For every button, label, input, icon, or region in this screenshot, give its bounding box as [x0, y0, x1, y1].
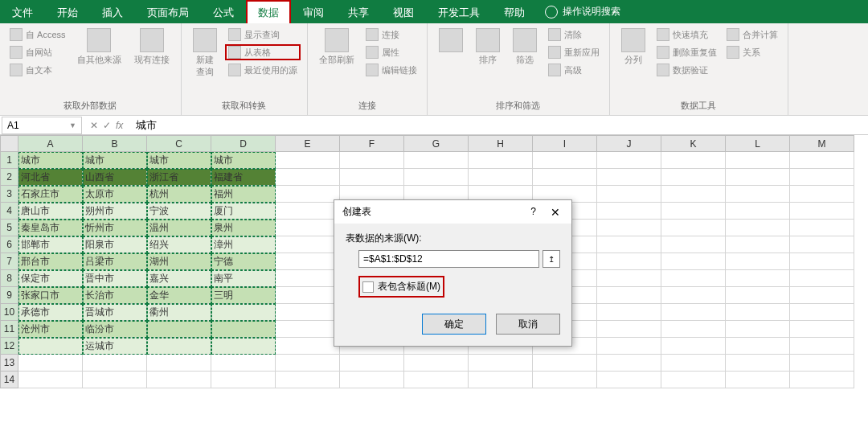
cell[interactable] — [276, 287, 340, 304]
cell[interactable] — [340, 169, 404, 186]
formula-input[interactable] — [131, 117, 868, 134]
cell[interactable] — [533, 355, 597, 372]
cell[interactable]: 山西省 — [83, 169, 147, 186]
cell[interactable]: 浙江省 — [147, 169, 211, 186]
cell[interactable] — [790, 152, 854, 169]
cell[interactable] — [726, 338, 790, 355]
cell[interactable] — [661, 270, 726, 287]
cancel-formula-icon[interactable]: ✕ — [90, 120, 98, 131]
row-header[interactable]: 6 — [1, 236, 18, 253]
cell[interactable] — [18, 355, 83, 372]
cell[interactable] — [726, 287, 790, 304]
cell[interactable] — [790, 186, 854, 203]
existing-conn-button[interactable]: 现有连接 — [129, 27, 174, 68]
cell[interactable]: 城市 — [147, 152, 211, 169]
tab-layout[interactable]: 页面布局 — [135, 0, 201, 23]
cell[interactable] — [790, 169, 854, 186]
cell[interactable] — [726, 304, 790, 321]
cell[interactable] — [597, 321, 661, 338]
cell[interactable]: 宁德 — [211, 253, 276, 270]
cell[interactable]: 朔州市 — [83, 203, 147, 220]
cell[interactable] — [147, 355, 211, 372]
row-header[interactable]: 7 — [1, 253, 18, 270]
cell[interactable] — [404, 152, 469, 169]
accept-formula-icon[interactable]: ✓ — [103, 120, 111, 131]
row-header[interactable]: 1 — [1, 152, 18, 169]
row-header[interactable]: 11 — [1, 321, 18, 338]
cell[interactable] — [597, 186, 661, 203]
cell[interactable] — [661, 287, 726, 304]
dialog-help-button[interactable]: ? — [530, 206, 536, 219]
cell[interactable] — [469, 372, 533, 388]
cell[interactable] — [726, 372, 790, 388]
cell[interactable] — [661, 338, 726, 355]
cell[interactable] — [469, 355, 533, 372]
cell[interactable] — [661, 253, 726, 270]
cell[interactable] — [661, 220, 726, 236]
cell[interactable] — [790, 236, 854, 253]
cell[interactable] — [597, 372, 661, 388]
relationships-button[interactable]: 关系 — [723, 44, 781, 60]
cell[interactable] — [597, 338, 661, 355]
show-query-button[interactable]: 显示查询 — [225, 27, 301, 43]
cell[interactable]: 金华 — [147, 287, 211, 304]
cell[interactable] — [533, 152, 597, 169]
column-header[interactable]: M — [790, 136, 854, 152]
cell[interactable]: 运城市 — [83, 338, 147, 355]
cell[interactable] — [404, 169, 469, 186]
cell[interactable]: 泉州 — [211, 220, 276, 236]
cell[interactable]: 湖州 — [147, 253, 211, 270]
properties-button[interactable]: 属性 — [362, 44, 420, 60]
cell[interactable] — [726, 253, 790, 270]
cell[interactable] — [276, 186, 340, 203]
cell[interactable] — [597, 203, 661, 220]
cell[interactable] — [276, 253, 340, 270]
cell[interactable] — [533, 169, 597, 186]
row-header[interactable]: 14 — [1, 372, 18, 388]
cell[interactable] — [597, 287, 661, 304]
cell[interactable] — [18, 372, 83, 388]
cell[interactable] — [211, 372, 276, 388]
tab-developer[interactable]: 开发工具 — [426, 0, 492, 23]
consolidate-button[interactable]: 合并计算 — [723, 27, 781, 43]
cell[interactable] — [211, 355, 276, 372]
text-to-columns-button[interactable]: 分列 — [616, 27, 650, 68]
from-access-button[interactable]: 自 Access — [6, 27, 69, 43]
cell[interactable] — [211, 304, 276, 321]
row-header[interactable]: 9 — [1, 287, 18, 304]
cell[interactable]: 晋中市 — [83, 270, 147, 287]
cell[interactable]: 城市 — [211, 152, 276, 169]
cell[interactable] — [276, 236, 340, 253]
close-icon[interactable]: ✕ — [547, 206, 563, 219]
from-other-button[interactable]: 自其他来源 — [72, 27, 126, 68]
cell[interactable] — [276, 338, 340, 355]
cell[interactable]: 三明 — [211, 287, 276, 304]
cell[interactable] — [404, 372, 469, 388]
chevron-down-icon[interactable]: ▼ — [69, 121, 76, 129]
column-header[interactable]: A — [18, 136, 83, 152]
name-box[interactable]: A1 ▼ — [2, 117, 82, 134]
filter-button[interactable]: 筛选 — [508, 27, 542, 68]
source-range-input[interactable] — [358, 250, 539, 268]
cell[interactable] — [790, 355, 854, 372]
tell-me-search[interactable]: 操作说明搜索 — [537, 0, 628, 23]
cell[interactable] — [726, 186, 790, 203]
cell[interactable]: 嘉兴 — [147, 270, 211, 287]
refresh-all-button[interactable]: 全部刷新 — [314, 27, 359, 68]
new-query-button[interactable]: 新建 查询 — [188, 27, 222, 80]
cell[interactable] — [83, 355, 147, 372]
cell[interactable]: 福建省 — [211, 169, 276, 186]
cell[interactable] — [276, 355, 340, 372]
fx-icon[interactable]: fx — [116, 120, 123, 131]
row-header[interactable]: 3 — [1, 186, 18, 203]
sort-button[interactable]: 排序 — [471, 27, 505, 68]
row-header[interactable]: 13 — [1, 355, 18, 372]
cell[interactable] — [790, 270, 854, 287]
cell[interactable]: 张家口市 — [18, 287, 83, 304]
select-all-corner[interactable] — [1, 136, 18, 152]
cell[interactable]: 邢台市 — [18, 253, 83, 270]
cell[interactable] — [597, 253, 661, 270]
cell[interactable] — [726, 220, 790, 236]
cell[interactable]: 南平 — [211, 270, 276, 287]
column-header[interactable]: D — [211, 136, 276, 152]
